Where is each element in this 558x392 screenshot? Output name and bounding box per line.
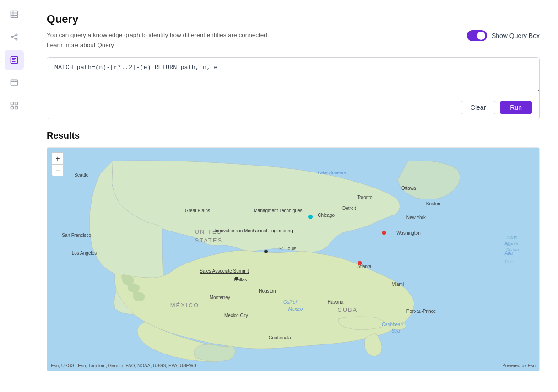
learn-more-link[interactable]: Learn more about Query: [47, 42, 114, 48]
sidebar-item-query[interactable]: [5, 50, 24, 70]
sidebar: [0, 0, 28, 392]
map-background: + −: [47, 148, 539, 371]
description-text: You can query a knowledge graph to ident…: [47, 30, 269, 40]
sidebar-item-table[interactable]: [5, 5, 24, 24]
svg-line-8: [12, 38, 16, 39]
sidebar-item-grid[interactable]: [5, 96, 24, 115]
map-container: + −: [47, 147, 540, 371]
toggle-label: Show Query Box: [492, 32, 540, 39]
toggle-container: Show Query Box: [467, 30, 540, 41]
svg-text:Ocean: Ocean: [506, 247, 520, 252]
svg-text:North: North: [506, 235, 518, 240]
svg-rect-15: [11, 102, 13, 105]
zoom-out-button[interactable]: −: [52, 164, 64, 176]
zoom-in-button[interactable]: +: [52, 152, 64, 164]
svg-rect-13: [11, 80, 17, 85]
svg-rect-18: [15, 107, 17, 109]
svg-point-4: [11, 36, 12, 38]
svg-text:Atlantic: Atlantic: [504, 241, 519, 246]
map-attribution-left: Esri, USGS | Esri, TomTom, Garmin, FAO, …: [51, 363, 196, 368]
svg-point-6: [16, 38, 17, 40]
query-textarea[interactable]: [47, 58, 539, 94]
description-block: You can query a knowledge graph to ident…: [47, 30, 269, 50]
query-actions: Clear Run: [47, 96, 539, 119]
results-title: Results: [47, 130, 540, 141]
graph-icon: [10, 32, 19, 42]
layers-icon: [10, 78, 19, 87]
show-query-box-toggle[interactable]: [467, 30, 487, 41]
table-icon: [10, 10, 19, 19]
query-icon: [10, 55, 19, 64]
clear-button[interactable]: Clear: [461, 101, 495, 114]
map-controls: + −: [52, 152, 64, 176]
page-title: Query: [47, 13, 540, 26]
svg-line-7: [12, 35, 16, 37]
map-attribution-right: Powered by Esri: [502, 363, 536, 368]
sidebar-item-graph[interactable]: [5, 27, 24, 47]
main-content: Query You can query a knowledge graph to…: [28, 0, 558, 392]
description-row: You can query a knowledge graph to ident…: [47, 30, 540, 50]
svg-rect-0: [11, 11, 17, 18]
sidebar-item-layers[interactable]: [5, 73, 24, 92]
map-svg: North Atlantic Ocean: [47, 148, 539, 371]
grid-icon: [10, 101, 19, 110]
svg-rect-17: [11, 107, 13, 109]
svg-rect-16: [15, 102, 17, 105]
query-box: Clear Run: [47, 57, 540, 119]
svg-point-5: [16, 34, 17, 35]
run-button[interactable]: Run: [500, 101, 532, 114]
